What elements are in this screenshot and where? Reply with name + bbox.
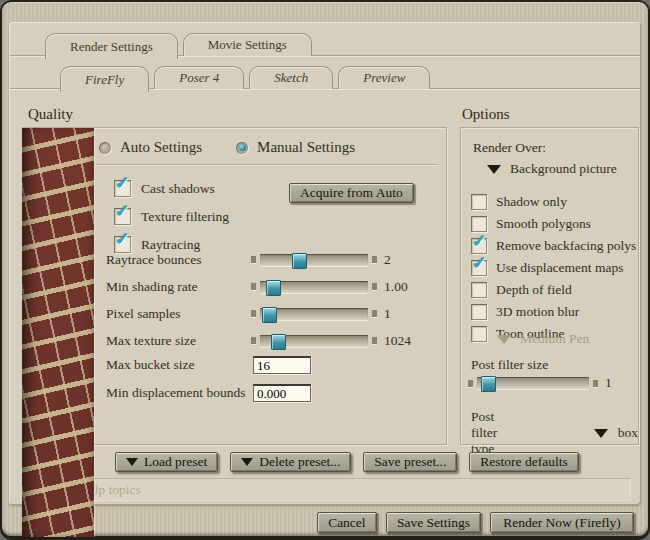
radio-button-icon[interactable] <box>236 142 248 154</box>
quality-checkbox-list: ✓Cast shadows✓Texture filtering✓Raytraci… <box>114 180 229 253</box>
checkbox-label: 3D motion blur <box>496 304 579 320</box>
slider-value: 1 <box>384 306 391 322</box>
post-filter-size-slider: 1 <box>468 375 612 391</box>
tab-movie-settings[interactable]: Movie Settings <box>183 33 312 56</box>
slider-row-min-shading-rate: Min shading rate1.00 <box>106 279 411 294</box>
slider-end-mark <box>372 337 377 344</box>
save-settings-button[interactable]: Save Settings <box>386 512 481 533</box>
post-filter-type-row: Post filter type box <box>471 409 638 457</box>
slider-end-mark <box>468 380 473 387</box>
field-input-min-displacement-bounds[interactable] <box>253 384 311 402</box>
tab-poser-4[interactable]: Poser 4 <box>154 66 244 89</box>
slider-handle[interactable] <box>481 376 496 392</box>
slider-handle[interactable] <box>262 307 277 323</box>
brick-texture-preview <box>22 128 94 537</box>
window-tab-row: Render SettingsMovie Settings <box>45 33 312 59</box>
checkmark-icon: ✓ <box>115 230 130 248</box>
radio-selected-dot <box>239 144 246 151</box>
checkbox-icon[interactable] <box>471 282 487 298</box>
settings-mode-radios: Auto SettingsManual Settings <box>99 139 377 156</box>
checkmark-icon: ✓ <box>472 232 487 250</box>
check-row-raytracing: ✓Raytracing <box>114 236 229 253</box>
checkbox-icon[interactable]: ✓ <box>471 238 487 254</box>
slider-row-pixel-samples: Pixel samples1 <box>106 306 411 321</box>
checkbox-icon[interactable] <box>471 326 487 342</box>
slider-end-mark <box>251 337 256 344</box>
checkbox-label: Raytracing <box>141 237 200 253</box>
check-row-remove-backfacing-polys: ✓Remove backfacing polys <box>471 238 636 254</box>
slider-track[interactable] <box>260 335 368 347</box>
delete-preset-button[interactable]: Delete preset... <box>230 452 351 472</box>
slider-track[interactable] <box>260 281 368 293</box>
radio-manual-settings[interactable]: Manual Settings <box>236 139 355 156</box>
check-row-depth-of-field: Depth of field <box>471 282 636 298</box>
slider-track[interactable] <box>260 308 368 320</box>
dropdown-arrow-icon[interactable] <box>487 165 501 174</box>
load-preset-label: Load preset <box>144 454 207 470</box>
dropdown-arrow-icon[interactable] <box>497 335 511 344</box>
checkbox-label: Texture filtering <box>141 209 229 225</box>
checkbox-label: Use displacement maps <box>496 260 623 276</box>
radio-button-icon[interactable] <box>99 142 111 154</box>
options-checkbox-list: Shadow onlySmooth polygons✓Remove backfa… <box>471 194 636 342</box>
slider-track[interactable] <box>477 377 589 389</box>
slider-value: 1024 <box>384 333 411 349</box>
slider-end-mark <box>372 256 377 263</box>
preset-button-row: Load preset Delete preset... Save preset… <box>115 452 579 472</box>
checkbox-icon[interactable] <box>471 304 487 320</box>
slider-handle[interactable] <box>266 280 281 296</box>
checkbox-label: Smooth polygons <box>496 216 591 232</box>
options-section-title: Options <box>462 106 510 123</box>
checkbox-label: Depth of field <box>496 282 572 298</box>
options-panel: Render Over: Background picture Shadow o… <box>460 127 639 445</box>
acquire-from-auto-button[interactable]: Acquire from Auto <box>289 183 414 203</box>
tab-sketch[interactable]: Sketch <box>249 66 333 89</box>
field-row-max-bucket-size: Max bucket size <box>106 356 311 374</box>
field-row-min-displacement-bounds: Min displacement bounds <box>106 384 311 402</box>
toon-pen-value[interactable]: Medium Pen <box>520 331 589 347</box>
radio-auto-settings[interactable]: Auto Settings <box>99 139 202 156</box>
dropdown-arrow-icon[interactable] <box>594 429 608 438</box>
checkbox-icon[interactable]: ✓ <box>114 208 131 225</box>
check-row-cast-shadows: ✓Cast shadows <box>114 180 229 197</box>
check-row-smooth-polygons: Smooth polygons <box>471 216 636 232</box>
quality-section-title: Quality <box>28 106 73 123</box>
checkbox-icon[interactable]: ✓ <box>114 236 131 253</box>
checkbox-icon[interactable] <box>471 194 487 210</box>
restore-defaults-button[interactable]: Restore defaults <box>469 452 578 472</box>
load-preset-button[interactable]: Load preset <box>115 452 218 472</box>
slider-end-mark <box>593 380 598 387</box>
triangle-down-icon <box>241 458 253 466</box>
field-input-max-bucket-size[interactable] <box>253 356 311 374</box>
slider-track[interactable] <box>260 254 368 266</box>
render-over-value[interactable]: Background picture <box>510 161 617 177</box>
tab-preview[interactable]: Preview <box>338 66 430 89</box>
slider-end-mark <box>372 283 377 290</box>
help-topics-bar[interactable]: Help topics <box>30 478 631 501</box>
slider-row-max-texture-size: Max texture size1024 <box>106 333 411 348</box>
checkbox-icon[interactable]: ✓ <box>471 260 487 276</box>
cancel-button[interactable]: Cancel <box>317 512 377 533</box>
field-label: Min displacement bounds <box>106 385 253 401</box>
check-row-texture-filtering: ✓Texture filtering <box>114 208 229 225</box>
checkmark-icon: ✓ <box>472 254 487 272</box>
footer-button-row: Cancel Save Settings Render Now (Firefly… <box>317 512 634 533</box>
tab-render-settings[interactable]: Render Settings <box>45 33 178 59</box>
slider-end-mark <box>251 283 256 290</box>
slider-label: Pixel samples <box>106 306 251 322</box>
render-over-dropdown[interactable]: Background picture <box>487 161 617 177</box>
toon-pen-dropdown[interactable]: Medium Pen <box>497 331 589 347</box>
checkbox-icon[interactable]: ✓ <box>114 180 131 197</box>
delete-preset-label: Delete preset... <box>259 454 340 470</box>
checkmark-icon: ✓ <box>115 202 130 220</box>
post-filter-type-value[interactable]: box <box>618 425 638 441</box>
slider-label: Raytrace bounces <box>106 252 251 268</box>
save-preset-button[interactable]: Save preset... <box>363 452 457 472</box>
checkbox-icon[interactable] <box>471 216 487 232</box>
triangle-down-icon <box>126 458 138 466</box>
slider-handle[interactable] <box>292 253 307 269</box>
slider-label: Max texture size <box>106 333 251 349</box>
render-now-button[interactable]: Render Now (Firefly) <box>490 512 634 533</box>
slider-handle[interactable] <box>271 334 286 350</box>
tab-firefly[interactable]: FireFly <box>60 66 149 92</box>
